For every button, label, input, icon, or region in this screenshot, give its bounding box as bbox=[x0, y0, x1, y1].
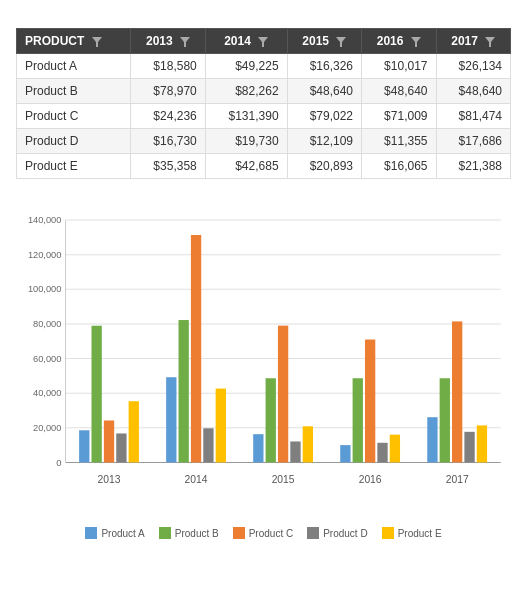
legend-label: Product D bbox=[323, 528, 367, 539]
bar-A-2017 bbox=[427, 417, 437, 462]
bar-E-2013 bbox=[129, 401, 139, 462]
bar-A-2014 bbox=[166, 377, 176, 462]
table-row: Product C$24,236$131,390$79,022$71,009$8… bbox=[17, 104, 511, 129]
svg-text:40,000: 40,000 bbox=[33, 388, 61, 398]
svg-text:20,000: 20,000 bbox=[33, 423, 61, 433]
table-cell: $82,262 bbox=[205, 79, 287, 104]
svg-marker-0 bbox=[92, 37, 102, 47]
legend-color bbox=[233, 527, 245, 539]
table-cell: $79,022 bbox=[287, 104, 361, 129]
bar-A-2013 bbox=[79, 430, 89, 462]
bar-D-2017 bbox=[464, 432, 474, 463]
bar-C-2014 bbox=[191, 235, 201, 462]
data-table: PRODUCT 2013 2014 2015 2016 2017 Product… bbox=[16, 28, 511, 179]
table-header-2017: 2017 bbox=[436, 29, 511, 54]
table-header-product: PRODUCT bbox=[17, 29, 131, 54]
table-cell: $35,358 bbox=[131, 154, 205, 179]
bar-B-2014 bbox=[179, 320, 189, 462]
table-cell: $71,009 bbox=[362, 104, 436, 129]
svg-text:60,000: 60,000 bbox=[33, 354, 61, 364]
table-cell: $17,686 bbox=[436, 129, 511, 154]
legend-label: Product A bbox=[101, 528, 144, 539]
svg-text:100,000: 100,000 bbox=[28, 284, 62, 294]
bar-D-2014 bbox=[203, 428, 213, 462]
legend-item-productb: Product B bbox=[159, 527, 219, 539]
legend-label: Product C bbox=[249, 528, 293, 539]
legend-color bbox=[382, 527, 394, 539]
table-row: Product A$18,580$49,225$16,326$10,017$26… bbox=[17, 54, 511, 79]
table-cell: $48,640 bbox=[436, 79, 511, 104]
table-header-2016: 2016 bbox=[362, 29, 436, 54]
bar-A-2016 bbox=[340, 445, 350, 462]
bar-E-2015 bbox=[303, 426, 313, 462]
svg-text:120,000: 120,000 bbox=[28, 250, 62, 260]
legend-color bbox=[159, 527, 171, 539]
table-cell: Product E bbox=[17, 154, 131, 179]
legend-label: Product B bbox=[175, 528, 219, 539]
table-cell: $42,685 bbox=[205, 154, 287, 179]
chart-svg: 020,00040,00060,00080,000100,000120,0001… bbox=[16, 199, 511, 499]
table-cell: $16,730 bbox=[131, 129, 205, 154]
bar-C-2015 bbox=[278, 326, 288, 463]
chart-section: 020,00040,00060,00080,000100,000120,0001… bbox=[16, 199, 511, 539]
table-cell: Product A bbox=[17, 54, 131, 79]
table-cell: Product D bbox=[17, 129, 131, 154]
legend-item-producta: Product A bbox=[85, 527, 144, 539]
bar-D-2015 bbox=[290, 441, 300, 462]
table-cell: $10,017 bbox=[362, 54, 436, 79]
table-cell: $19,730 bbox=[205, 129, 287, 154]
table-cell: $12,109 bbox=[287, 129, 361, 154]
bar-C-2017 bbox=[452, 321, 462, 462]
bar-B-2015 bbox=[266, 378, 276, 462]
table-cell: $78,970 bbox=[131, 79, 205, 104]
table-cell: $48,640 bbox=[287, 79, 361, 104]
bar-C-2016 bbox=[365, 340, 375, 463]
legend-item-productd: Product D bbox=[307, 527, 367, 539]
legend-color bbox=[85, 527, 97, 539]
chart-container: 020,00040,00060,00080,000100,000120,0001… bbox=[16, 199, 511, 499]
bar-D-2016 bbox=[377, 443, 387, 463]
svg-text:2014: 2014 bbox=[185, 474, 208, 485]
table-row: Product B$78,970$82,262$48,640$48,640$48… bbox=[17, 79, 511, 104]
table-header-2015: 2015 bbox=[287, 29, 361, 54]
legend-item-producte: Product E bbox=[382, 527, 442, 539]
svg-marker-4 bbox=[411, 37, 421, 47]
table-header-2013: 2013 bbox=[131, 29, 205, 54]
table-cell: $26,134 bbox=[436, 54, 511, 79]
bar-D-2013 bbox=[116, 433, 126, 462]
bar-B-2016 bbox=[353, 378, 363, 462]
bar-B-2013 bbox=[91, 326, 101, 463]
table-row: Product D$16,730$19,730$12,109$11,355$17… bbox=[17, 129, 511, 154]
table-header-row: PRODUCT 2013 2014 2015 2016 2017 bbox=[17, 29, 511, 54]
table-cell: Product C bbox=[17, 104, 131, 129]
table-cell: $18,580 bbox=[131, 54, 205, 79]
legend-item-productc: Product C bbox=[233, 527, 293, 539]
table-cell: $48,640 bbox=[362, 79, 436, 104]
legend-label: Product E bbox=[398, 528, 442, 539]
bar-E-2016 bbox=[390, 435, 400, 463]
bar-C-2013 bbox=[104, 420, 114, 462]
table-cell: $131,390 bbox=[205, 104, 287, 129]
table-cell: $16,326 bbox=[287, 54, 361, 79]
bar-E-2014 bbox=[216, 389, 226, 463]
table-header-2014: 2014 bbox=[205, 29, 287, 54]
bar-B-2017 bbox=[440, 378, 450, 462]
svg-marker-5 bbox=[485, 37, 495, 47]
table-cell: $21,388 bbox=[436, 154, 511, 179]
svg-text:140,000: 140,000 bbox=[28, 215, 62, 225]
table-cell: $81,474 bbox=[436, 104, 511, 129]
svg-text:2016: 2016 bbox=[359, 474, 382, 485]
svg-marker-1 bbox=[180, 37, 190, 47]
table-cell: $20,893 bbox=[287, 154, 361, 179]
table-cell: $24,236 bbox=[131, 104, 205, 129]
svg-text:2017: 2017 bbox=[446, 474, 469, 485]
table-cell: Product B bbox=[17, 79, 131, 104]
svg-marker-2 bbox=[258, 37, 268, 47]
bar-E-2017 bbox=[477, 425, 487, 462]
chart-legend: Product AProduct BProduct CProduct DProd… bbox=[16, 527, 511, 539]
svg-text:2013: 2013 bbox=[98, 474, 121, 485]
bar-A-2015 bbox=[253, 434, 263, 462]
svg-text:80,000: 80,000 bbox=[33, 319, 61, 329]
svg-text:0: 0 bbox=[56, 458, 61, 468]
table-row: Product E$35,358$42,685$20,893$16,065$21… bbox=[17, 154, 511, 179]
